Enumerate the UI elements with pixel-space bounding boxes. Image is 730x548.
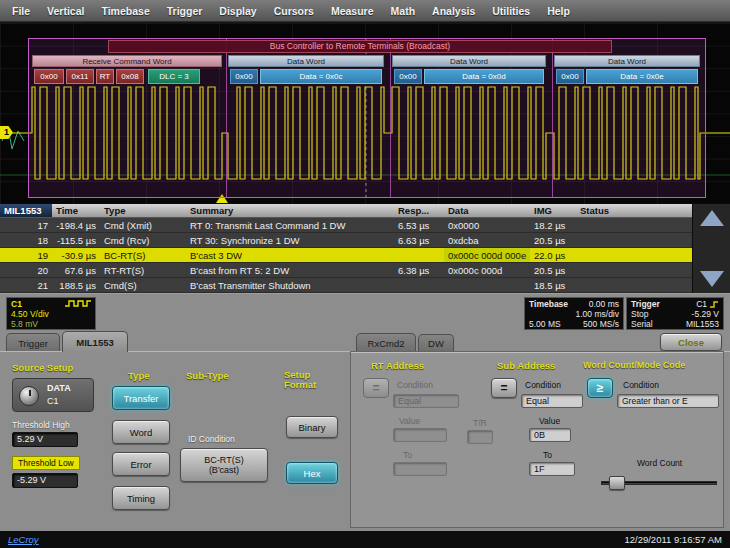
- type-timing-button[interactable]: Timing: [112, 486, 170, 510]
- slider-thumb[interactable]: [609, 476, 625, 490]
- id-condition-button[interactable]: BC-RT(S) (B'cast): [180, 448, 268, 482]
- cell-status: [576, 233, 692, 247]
- tab-dw[interactable]: DW: [418, 334, 454, 352]
- sub-to-field[interactable]: 1F: [529, 462, 575, 476]
- format-binary-button[interactable]: Binary: [286, 416, 338, 438]
- format-hex-button[interactable]: Hex: [286, 462, 338, 484]
- table-header-resp[interactable]: Resp...: [394, 204, 444, 217]
- cell-index: 20: [0, 263, 52, 277]
- sub-value-field[interactable]: 0B: [529, 428, 571, 442]
- menu-item-measure[interactable]: Measure: [331, 5, 374, 17]
- oscilloscope-screen: File Vertical Timebase Trigger Display C…: [0, 0, 730, 548]
- channel-offset: 5.8 mV: [11, 319, 38, 329]
- scroll-up-button[interactable]: [700, 210, 724, 226]
- format-heading: Setup Format: [284, 370, 332, 390]
- table-row[interactable]: 18 -115.5 µs Cmd (Rcv) RT 30: Synchroniz…: [0, 233, 692, 248]
- cell-status: [576, 278, 692, 292]
- cell-img: 20.5 µs: [530, 263, 576, 277]
- timebase-tdiv: 1.00 ms/div: [576, 309, 619, 319]
- type-transfer-button[interactable]: Transfer: [112, 386, 170, 410]
- decode-table: MIL1553 Time Type Summary Resp... Data I…: [0, 204, 692, 293]
- descriptor-row: C1 4.50 V/div 5.8 mV Timebase0.00 ms 1.0…: [0, 293, 730, 331]
- tab-trigger[interactable]: Trigger: [6, 333, 60, 352]
- menu-item-display[interactable]: Display: [219, 5, 256, 17]
- menu-item-analysis[interactable]: Analysis: [432, 5, 475, 17]
- channel1-descriptor[interactable]: C1 4.50 V/div 5.8 mV: [6, 297, 96, 330]
- cell-resp: 6.38 µs: [394, 263, 444, 277]
- rt-address-heading: RT Address: [371, 360, 424, 371]
- rt-to-field: [393, 462, 447, 476]
- table-header-summary[interactable]: Summary: [186, 204, 394, 217]
- threshold-low-field[interactable]: -5.29 V: [12, 473, 78, 488]
- menu-item-math[interactable]: Math: [391, 5, 416, 17]
- timebase-samples: 5.00 MS: [529, 319, 561, 329]
- waveform-glyph-icon: [65, 299, 91, 308]
- type-error-button[interactable]: Error: [112, 452, 170, 476]
- table-row[interactable]: 17 -198.4 µs Cmd (Xmit) RT 0: Transmit L…: [0, 218, 692, 233]
- brand-logo: LeCroy: [8, 534, 39, 545]
- channel-vdiv: 4.50 V/div: [11, 309, 49, 319]
- tab-mil1553[interactable]: MIL1553: [62, 331, 128, 352]
- table-scrollbar[interactable]: [692, 204, 730, 293]
- table-header-status[interactable]: Status: [576, 204, 692, 217]
- decode-field: 0x08: [116, 69, 144, 84]
- clock-timestamp: 12/29/2011 9:16:57 AM: [624, 534, 722, 545]
- trigger-descriptor[interactable]: Trigger C1 Stop-5.29 V SerialMIL1553: [626, 297, 724, 330]
- sub-op-button[interactable]: =: [491, 378, 517, 398]
- cell-index: 21: [0, 278, 52, 292]
- rxcmd-panel: RT Address Sub Address Word Count/Mode C…: [350, 351, 724, 528]
- wc-slider-label: Word Count: [637, 458, 682, 468]
- menu-item-trigger[interactable]: Trigger: [167, 5, 203, 17]
- timebase-descriptor[interactable]: Timebase0.00 ms 1.00 ms/div 5.00 MS500 M…: [524, 297, 624, 330]
- threshold-low-label[interactable]: Threshold Low: [12, 456, 80, 470]
- table-header-data[interactable]: Data: [444, 204, 530, 217]
- cell-summary: B'cast 3 DW: [186, 248, 394, 262]
- table-row[interactable]: 20 67.6 µs RT-RT(S) B'cast from RT 5: 2 …: [0, 263, 692, 278]
- menu-item-help[interactable]: Help: [547, 5, 570, 17]
- menu-item-file[interactable]: File: [12, 5, 30, 17]
- cell-time: -198.4 µs: [52, 218, 100, 232]
- data-source-knob-icon[interactable]: [19, 386, 39, 406]
- decode-field: 0x00: [230, 69, 258, 84]
- footer-bar: LeCroy 12/29/2011 9:16:57 AM: [0, 531, 730, 548]
- word-count-slider[interactable]: [601, 476, 717, 490]
- wc-op-button[interactable]: ≥: [587, 378, 613, 398]
- menu-item-vertical[interactable]: Vertical: [47, 5, 84, 17]
- decode-field: 0x00: [34, 69, 64, 84]
- menu-item-utilities[interactable]: Utilities: [492, 5, 530, 17]
- close-button[interactable]: Close: [660, 333, 722, 351]
- cell-data: 0xdcba: [444, 233, 530, 247]
- source-setup-heading: Source Setup: [12, 362, 73, 373]
- type-word-button[interactable]: Word: [112, 420, 170, 444]
- threshold-high-field[interactable]: 5.29 V: [12, 432, 78, 447]
- data-source-value: C1: [47, 396, 59, 406]
- scroll-down-button[interactable]: [700, 271, 724, 287]
- menu-bar: File Vertical Timebase Trigger Display C…: [0, 0, 730, 22]
- wc-condition-field[interactable]: Greater than or E: [617, 394, 719, 408]
- cell-data: 0x0000: [444, 218, 530, 232]
- rt-to-label: To: [403, 450, 412, 460]
- tab-rxcmd2[interactable]: RxCmd2: [356, 333, 416, 352]
- decode-section-divider: [552, 38, 553, 198]
- cell-data: 0x000c 000d: [444, 263, 530, 277]
- table-row[interactable]: 21 188.5 µs Cmd(S) B'cast Transmitter Sh…: [0, 278, 692, 293]
- trigger-kind: Serial: [631, 319, 653, 329]
- cell-summary: RT 0: Transmit Last Command 1 DW: [186, 218, 394, 232]
- timebase-title: Timebase: [529, 299, 568, 309]
- sub-value-label: Value: [539, 416, 560, 426]
- table-header-type[interactable]: Type: [100, 204, 186, 217]
- sub-condition-field[interactable]: Equal: [521, 394, 583, 408]
- trigger-source: C1: [696, 299, 707, 309]
- table-row-selected[interactable]: 19 -30.9 µs BC-RT(S) B'cast 3 DW 0x000c …: [0, 248, 692, 263]
- decode-section-divider: [390, 38, 391, 198]
- table-header-img[interactable]: IMG: [530, 204, 576, 217]
- menu-item-timebase[interactable]: Timebase: [101, 5, 149, 17]
- waveform-display: Bus Controller to Remote Terminals (Broa…: [0, 23, 730, 204]
- data-source-control[interactable]: DATA C1: [12, 378, 94, 412]
- table-header-time[interactable]: Time: [52, 204, 100, 217]
- tr-label: T/R: [473, 418, 487, 428]
- rt-value-field: [393, 428, 447, 442]
- menu-item-cursors[interactable]: Cursors: [274, 5, 314, 17]
- cell-status: [576, 218, 692, 232]
- id-condition-line2: (B'cast): [209, 465, 239, 475]
